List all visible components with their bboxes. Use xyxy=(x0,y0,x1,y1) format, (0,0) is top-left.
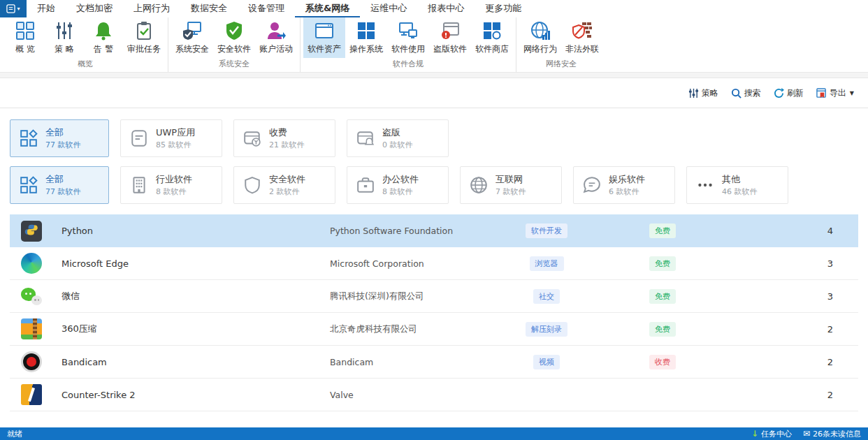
ribbon-item-software-assets[interactable]: 软件资产 xyxy=(303,17,345,58)
filter-card-all-categories[interactable]: 全部 77 款软件 xyxy=(10,166,109,204)
ribbon-group-label: 网络安全 xyxy=(519,58,603,72)
policy-label: 策略 xyxy=(702,87,718,99)
filter-card-uwp[interactable]: UWP应用 85 款软件 xyxy=(120,119,222,157)
globe-chart-icon xyxy=(530,21,550,41)
sliders-icon xyxy=(55,21,74,41)
sliders-icon xyxy=(688,88,699,98)
ribbon-item-overview[interactable]: 概 览 xyxy=(6,17,45,58)
menu-item-data-security[interactable]: 数据安全 xyxy=(180,0,238,17)
software-vendor: Bandicam xyxy=(330,357,491,367)
export-button[interactable]: 导出 ▼ xyxy=(816,87,854,99)
refresh-icon xyxy=(774,88,784,98)
filter-card-security[interactable]: 安全软件 2 款软件 xyxy=(233,166,335,204)
software-name: Python xyxy=(62,226,330,236)
filter-card-pirated[interactable]: 盗版 0 款软件 xyxy=(347,119,449,157)
table-row-edge[interactable]: Microsoft Edge Microsoft Corporation 浏览器… xyxy=(10,247,858,280)
ribbon-item-approval-tasks[interactable]: 审批任务 xyxy=(123,17,165,58)
360zip-app-icon xyxy=(21,318,42,339)
menu-item-more[interactable]: 更多功能 xyxy=(475,0,532,17)
ribbon-item-pirated-software[interactable]: 盗版软件 xyxy=(429,17,471,58)
bell-icon xyxy=(94,21,113,41)
ribbon-item-alerts[interactable]: 告 警 xyxy=(84,17,123,58)
ribbon-item-label: 概 览 xyxy=(15,43,35,55)
table-row-wechat[interactable]: 微信 腾讯科技(深圳)有限公司 社交 免费 3 xyxy=(10,280,858,313)
window-icon xyxy=(314,21,334,41)
page-toolbar: 策略 搜索 刷新 导出 ▼ xyxy=(0,78,868,108)
ribbon-item-software-store[interactable]: 软件商店 xyxy=(471,17,513,58)
software-name: 360压缩 xyxy=(62,323,330,335)
search-label: 搜索 xyxy=(744,87,761,99)
wallet-bell-icon xyxy=(356,129,375,147)
ribbon-item-network-behavior[interactable]: 网络行为 xyxy=(519,17,561,58)
table-row-360zip[interactable]: 360压缩 北京奇虎科技有限公司 解压刻录 免费 2 xyxy=(10,313,858,346)
software-table: Python Python Software Foundation 软件开发 免… xyxy=(10,214,858,411)
status-bar-right: ↓ 任务中心 ✉ 26条未读信息 xyxy=(751,429,861,439)
filter-count: 2 款软件 xyxy=(269,186,305,197)
software-name: Bandicam xyxy=(62,357,330,367)
menu-item-doc-encrypt[interactable]: 文档加密 xyxy=(66,0,123,17)
menu-item-web-behavior[interactable]: 上网行为 xyxy=(123,0,180,17)
ribbon-item-software-usage[interactable]: 软件使用 xyxy=(387,17,429,58)
ribbon-item-policy[interactable]: 策 略 xyxy=(45,17,84,58)
menu-item-device-mgmt[interactable]: 设备管理 xyxy=(238,0,295,17)
filter-title: 收费 xyxy=(269,127,305,138)
shield-outline-icon xyxy=(243,176,261,194)
ribbon-item-account-activity[interactable]: 账户活动 xyxy=(255,17,297,58)
ribbon-item-label: 软件使用 xyxy=(391,43,425,55)
ribbon-group-overview: 概 览 策 略 告 警 审批任务 概览 xyxy=(3,17,168,72)
filter-title: 行业软件 xyxy=(156,174,192,184)
menu-item-ops-center[interactable]: 运维中心 xyxy=(360,0,417,17)
search-button[interactable]: 搜索 xyxy=(731,87,761,99)
install-count: 3 xyxy=(723,291,858,302)
filter-card-internet[interactable]: 互联网 7 款软件 xyxy=(460,166,562,204)
menu-item-report-center[interactable]: 报表中心 xyxy=(417,0,475,17)
filter-card-office[interactable]: 办公软件 8 款软件 xyxy=(347,166,449,204)
ribbon-item-security-software[interactable]: 安全软件 xyxy=(213,17,255,58)
ribbon-item-illegal-connection[interactable]: 非法外联 xyxy=(561,17,603,58)
filter-title: 盗版 xyxy=(382,127,413,138)
app-logo-button[interactable]: ▾ xyxy=(0,0,27,17)
chevron-down-icon: ▾ xyxy=(17,6,20,12)
search-icon xyxy=(731,88,742,98)
filter-count: 21 款软件 xyxy=(269,140,305,150)
software-name: Counter-Strike 2 xyxy=(62,390,330,400)
refresh-button[interactable]: 刷新 xyxy=(774,87,804,99)
ribbon-group-label: 系统安全 xyxy=(171,58,297,72)
unread-messages-button[interactable]: ✉ 26条未读信息 xyxy=(803,429,861,439)
filter-card-paid[interactable]: 收费 21 款软件 xyxy=(233,119,335,157)
table-row-python[interactable]: Python Python Software Foundation 软件开发 免… xyxy=(10,214,858,247)
filter-card-texts: 娱乐软件 6 款软件 xyxy=(609,174,645,197)
menu-item-start[interactable]: 开始 xyxy=(27,0,66,17)
category-badge: 社交 xyxy=(533,289,560,304)
filter-card-all[interactable]: 全部 77 款软件 xyxy=(10,119,109,157)
table-row-bandicam[interactable]: Bandicam Bandicam 视频 收费 2 xyxy=(10,346,858,379)
table-row-cs2[interactable]: Counter-Strike 2 Valve 2 xyxy=(10,379,858,411)
bandicam-app-icon xyxy=(21,351,42,372)
filter-card-entertainment[interactable]: 娱乐软件 6 款软件 xyxy=(573,166,675,204)
filter-count: 6 款软件 xyxy=(609,186,645,197)
ribbon-item-system-security[interactable]: 系统安全 xyxy=(171,17,213,58)
clipboard-check-icon xyxy=(134,21,154,41)
task-center-button[interactable]: ↓ 任务中心 xyxy=(751,429,792,439)
filter-title: UWP应用 xyxy=(156,127,195,138)
monitor-shield-icon xyxy=(182,21,202,41)
ribbon-item-label: 账户活动 xyxy=(259,43,293,55)
filter-title: 娱乐软件 xyxy=(609,174,645,184)
filter-row-license: 全部 77 款软件 UWP应用 85 款软件 收费 21 款软件 盗版 0 款软… xyxy=(10,119,858,157)
globe-icon xyxy=(470,176,488,194)
menu-item-system-network[interactable]: 系统&网络 xyxy=(295,0,360,17)
list-icon xyxy=(130,129,148,147)
install-count: 2 xyxy=(723,390,858,400)
app-store-icon xyxy=(482,21,502,41)
windows-icon xyxy=(356,21,376,41)
filter-card-texts: 行业软件 8 款软件 xyxy=(156,174,192,197)
ribbon-item-operating-system[interactable]: 操作系统 xyxy=(345,17,387,58)
download-arrow-icon: ↓ xyxy=(751,429,758,439)
filter-card-other[interactable]: 其他 46 款软件 xyxy=(686,166,788,204)
ribbon: 概 览 策 略 告 警 审批任务 概览 系统安全 xyxy=(0,17,868,72)
filter-card-texts: 全部 77 款软件 xyxy=(45,127,81,150)
policy-button[interactable]: 策略 xyxy=(688,87,718,99)
cs2-app-icon xyxy=(21,384,42,405)
category-badge: 浏览器 xyxy=(530,256,564,271)
filter-card-industry[interactable]: 行业软件 8 款软件 xyxy=(120,166,222,204)
